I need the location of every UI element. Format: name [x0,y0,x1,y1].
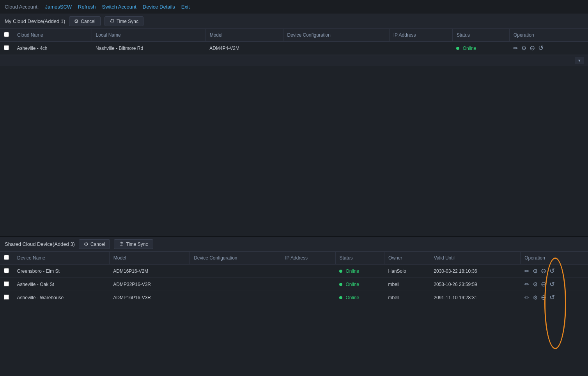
lower-status-dot [339,283,342,286]
upper-cancel-button[interactable]: ⚙ Cancel [69,16,100,26]
lower-table: Device Name Model Device Configuration I… [0,252,588,304]
upper-row-checkbox[interactable] [4,45,9,50]
exit-link[interactable]: Exit [181,4,190,10]
upper-select-all-checkbox[interactable] [4,32,9,37]
lower-device-config [190,278,281,291]
refresh-link[interactable]: Refresh [78,4,96,10]
lower-th-model: Model [109,252,190,265]
lower-table-row: Asheville - Oak St ADMP32P16-V3R Online … [0,278,588,291]
upper-table-header-row: Cloud Name Local Name Model Device Confi… [0,29,588,42]
upper-ip-address [389,42,452,55]
upper-th-local-name: Local Name [92,29,205,42]
lower-operation: ✏ ⚙ ⊖ ↺ [521,291,588,304]
upper-timesync-button[interactable]: ⏱ Time Sync [104,16,143,26]
lower-gear-icon[interactable]: ⚙ [533,268,538,274]
upper-th-cloud-name: Cloud Name [13,29,92,42]
cancel-icon: ⚙ [74,18,79,24]
top-bar: Cloud Account: JamesSCW Refresh Switch A… [0,0,588,14]
upper-timesync-label: Time Sync [117,19,138,24]
upper-row-checkbox-cell [0,42,13,55]
lower-status-dot [339,296,342,299]
lower-row-checkbox[interactable] [4,295,9,300]
lower-status: Online [335,278,384,291]
lower-refresh-icon[interactable]: ↺ [549,281,555,288]
upper-edit-icon[interactable]: ✏ [513,45,518,51]
clock-icon: ⏱ [110,18,115,24]
upper-scroll-button[interactable]: ▾ [575,57,584,64]
lower-section-title: Shared Cloud Device(Added 3) [5,241,75,247]
upper-status-text: Online [463,46,476,51]
lower-th-owner: Owner [384,252,430,265]
lower-status: Online [335,265,384,278]
lower-th-device-config: Device Configuration [190,252,281,265]
lower-th-device-name: Device Name [13,252,110,265]
lower-table-row: Greensboro - Elm St ADM16P16-V2M Online … [0,265,588,278]
upper-gear-icon[interactable]: ⚙ [521,45,526,51]
upper-th-ip-address: IP Address [389,29,452,42]
cloud-account-label: Cloud Account: [5,4,39,10]
lower-status: Online [335,291,384,304]
lower-table-header-row: Device Name Model Device Configuration I… [0,252,588,265]
lower-ip-address [281,265,335,278]
switch-account-link[interactable]: Switch Account [102,4,136,10]
lower-edit-icon[interactable]: ✏ [524,281,530,287]
upper-section: My Cloud Device(Added 1) ⚙ Cancel ⏱ Time… [0,14,588,236]
lower-table-container: Device Name Model Device Configuration I… [0,252,588,304]
lower-cancel-button[interactable]: ⚙ Cancel [79,239,110,249]
lower-th-operation: Operation [521,252,588,265]
device-details-link[interactable]: Device Details [143,4,175,10]
lower-row-checkbox[interactable] [4,281,9,286]
lower-cancel-icon: ⚙ [84,241,89,247]
upper-th-operation: Operation [509,29,588,42]
lower-table-row: Asheville - Warehouse ADMP16P16-V3R Onli… [0,291,588,304]
lower-device-name: Asheville - Oak St [13,278,110,291]
upper-refresh-icon[interactable]: ↺ [538,45,544,51]
lower-device-name: Greensboro - Elm St [13,265,110,278]
lower-gear-icon[interactable]: ⚙ [533,295,538,300]
upper-scroll-area: ▾ [0,55,588,66]
lower-edit-icon[interactable]: ✏ [524,268,530,274]
lower-owner: mbell [384,291,430,304]
lower-th-valid-until: Valid Until [430,252,520,265]
lower-device-config [190,265,281,278]
upper-table: Cloud Name Local Name Model Device Confi… [0,29,588,55]
lower-section-header: Shared Cloud Device(Added 3) ⚙ Cancel ⏱ … [0,237,588,252]
upper-section-title: My Cloud Device(Added 1) [5,18,65,24]
lower-timesync-button[interactable]: ⏱ Time Sync [114,239,153,249]
lower-timesync-label: Time Sync [126,242,148,247]
account-name[interactable]: JamesSCW [45,4,72,10]
lower-owner: mbell [384,278,430,291]
upper-th-model: Model [205,29,283,42]
lower-valid-until: 2091-11-10 19:28:31 [430,291,520,304]
upper-cloud-name: Asheville - 4ch [13,42,92,55]
upper-model: ADM4P4-V2M [205,42,283,55]
lower-device-config [190,291,281,304]
lower-status-text: Online [345,295,359,300]
lower-ip-address [281,291,335,304]
lower-logout-icon[interactable]: ⊖ [541,281,546,288]
upper-th-status: Status [452,29,509,42]
lower-clock-icon: ⏱ [119,241,124,247]
upper-cancel-label: Cancel [81,19,95,24]
lower-status-dot [339,270,342,273]
lower-refresh-icon[interactable]: ↺ [549,268,555,274]
upper-operation: ✏ ⚙ ⊖ ↺ [509,42,588,55]
lower-row-checkbox[interactable] [4,268,9,273]
upper-local-name: Nashville - Biltmore Rd [92,42,205,55]
lower-model: ADMP16P16-V3R [109,291,190,304]
lower-logout-icon[interactable]: ⊖ [541,294,546,301]
upper-device-config [283,42,389,55]
lower-row-checkbox-cell [0,265,13,278]
lower-logout-icon[interactable]: ⊖ [541,268,546,274]
lower-operation: ✏ ⚙ ⊖ ↺ [521,265,588,278]
lower-select-all-checkbox[interactable] [4,255,9,260]
upper-logout-icon[interactable]: ⊖ [530,45,535,51]
lower-row-checkbox-cell [0,278,13,291]
upper-status: Online [452,42,509,55]
upper-th-device-config: Device Configuration [283,29,389,42]
lower-edit-icon[interactable]: ✏ [524,295,530,300]
lower-refresh-icon[interactable]: ↺ [549,294,555,301]
lower-gear-icon[interactable]: ⚙ [533,281,538,287]
upper-table-container: Cloud Name Local Name Model Device Confi… [0,29,588,55]
lower-scroll-area[interactable]: Device Name Model Device Configuration I… [0,252,588,376]
